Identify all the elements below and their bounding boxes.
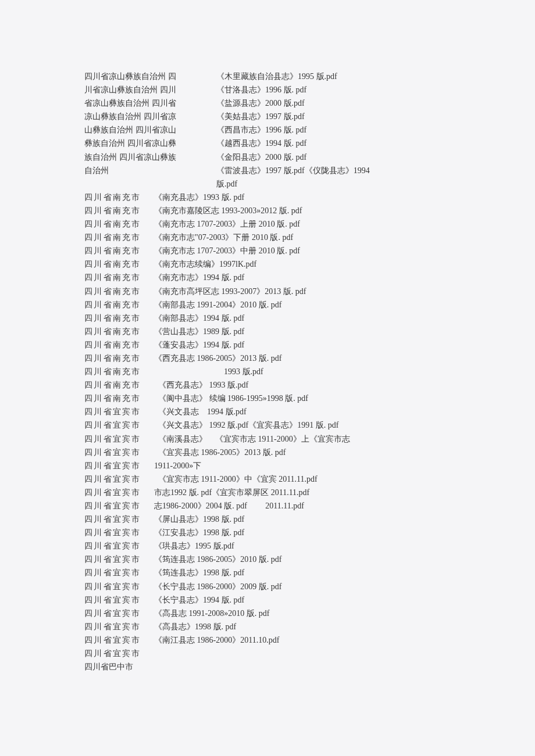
file-label: 1911-2000»下 (154, 459, 451, 472)
region-label: 四川省南充市 (84, 271, 154, 284)
text-line: 省凉山彝族自治州 四川省 (84, 96, 209, 110)
file-label: 《南充市志》1994 版. pdf (154, 271, 451, 284)
list-row: 四川省宜宾市《筠连县志 1986-2005》2010 版. pdf (84, 553, 451, 566)
region-label: 四川省南充市 (84, 231, 154, 244)
file-label: 《筠连县志 1986-2005》2010 版. pdf (154, 553, 451, 566)
file-label: 《长宁县志 1986-2000》2009 版. pdf (154, 580, 451, 593)
text-line: 《甘洛县志》1996 版. pdf (216, 83, 451, 96)
file-label: 《蓬安县志》1994 版. pdf (154, 338, 451, 352)
list-row: 四川省宜宾市 《宜宾县志 1986-2005》2013 版. pdf (84, 446, 451, 459)
region-label: 四川省宜宾市 (84, 566, 154, 579)
region-label: 四川省南充市 (84, 352, 154, 365)
list-row: 四川省宜宾市《南江县志 1986-2000》2011.10.pdf (84, 633, 451, 647)
text-line: 族自治州 四川省凉山彝族 (84, 151, 209, 164)
region-label: 四川省宜宾市 (84, 539, 154, 553)
region-label: 四川省南充市 (84, 298, 154, 311)
list-row: 四川省南充市《南充市志》1994 版. pdf (84, 271, 451, 284)
region-label: 四川省宜宾市 (84, 593, 154, 607)
text-line: 山彝族自治州 四川省凉山 (84, 123, 209, 137)
file-label: 1993 版.pdf (154, 365, 451, 378)
region-label: 四川省宜宾市 (84, 405, 154, 418)
file-label: 《南部县志》1994 版. pdf (154, 311, 451, 325)
list-row: 四川省宜宾市《高县志 1991-2008»2010 版. pdf (84, 607, 451, 620)
block1-wrapper: 四川省凉山彝族自治州 四 川省凉山彝族自治州 四川 省凉山彝族自治州 四川省 凉… (84, 70, 451, 191)
file-label: 《宜宾县志 1986-2005》2013 版. pdf (154, 446, 451, 459)
list-row: 四川省宜宾市《长宁县志 1986-2000》2009 版. pdf (84, 580, 451, 593)
region-label: 四川省宜宾市 (84, 513, 154, 526)
file-label: 《珙县志》1995 版.pdf (154, 539, 451, 553)
list-row: 四川省宜宾市《屏山县志》1998 版. pdf (84, 513, 451, 526)
region-label: 四川省南充市 (84, 257, 154, 271)
region-label: 四川省宜宾市 (84, 526, 154, 539)
file-label: 志1986-2000》2004 版. pdf 2011.11.pdf (154, 499, 451, 513)
text-line: 《西昌市志》1996 版. pdf (216, 123, 451, 137)
region-label: 四川省南充市 (84, 244, 154, 257)
region-label: 四川省南充市 (84, 204, 154, 217)
region-label: 四川省南充市 (84, 285, 154, 298)
file-label: 《南充市志续编》1997lK.pdf (154, 257, 451, 271)
file-label: 市志1992 版. pdf《宜宾市翠屏区 2011.11.pdf (154, 486, 451, 499)
list-row: 四川省宜宾市《江安县志》1998 版. pdf (84, 526, 451, 539)
file-label: 《兴文县志》 1992 版.pdf《宜宾县志》1991 版. pdf (154, 418, 451, 432)
list-row: 四川省巴中市 (84, 660, 451, 673)
file-label: 《高县志》1998 版. pdf (154, 620, 451, 633)
list-row: 四川省南充市《南充市嘉陵区志 1993-2003»2012 版. pdf (84, 204, 451, 217)
list-row: 四川省宜宾市 (84, 647, 451, 660)
region-label: 四川省宜宾市 (84, 459, 154, 472)
file-label: 《江安县志》1998 版. pdf (154, 526, 451, 539)
region-label: 四川省南充市 (84, 191, 154, 204)
file-label: 《南江县志 1986-2000》2011.10.pdf (154, 633, 451, 647)
block2-list: 四川省南充市《南充县志》1993 版. pdf四川省南充市《南充市嘉陵区志 19… (84, 191, 451, 365)
text-line: 《美姑县志》1997 版.pdf (216, 110, 451, 123)
region-label: 四川省南充市 (84, 365, 154, 378)
list-row: 四川省宜宾市市志1992 版. pdf《宜宾市翠屏区 2011.11.pdf (84, 486, 451, 499)
region-label: 四川省南充市 (84, 325, 154, 338)
list-row: 四川省南充市《南充市志"07-2003》下册 2010 版. pdf (84, 231, 451, 244)
file-label: 《筠连县志》1998 版. pdf (154, 566, 451, 579)
text-line: 《越西县志》1994 版. pdf (216, 137, 451, 150)
file-label: 《南充市志 1707-2003》中册 2010 版. pdf (154, 244, 451, 257)
file-label: 《南溪县志》 《宜宾市志 1911-2000》上《宜宾市志 (154, 432, 451, 446)
file-label: 《长宁县志》1994 版. pdf (154, 593, 451, 607)
text-line: 凉山彝族自治州 四川省凉 (84, 110, 209, 123)
file-label: 《营山县志》1989 版. pdf (154, 325, 451, 338)
region-label: 四川省宜宾市 (84, 418, 154, 432)
file-label: 《南充市志"07-2003》下册 2010 版. pdf (154, 231, 451, 244)
file-label: 《兴文县志 1994 版.pdf (154, 405, 451, 418)
file-label: 《南部县志 1991-2004》2010 版. pdf (154, 298, 451, 311)
region-label: 四川省宜宾市 (84, 647, 154, 660)
file-label: 《南充县志》1993 版. pdf (154, 191, 451, 204)
block1-right-col: 《木里藏族自治县志》1995 版.pdf 《甘洛县志》1996 版. pdf 《… (209, 70, 451, 191)
block1-left-col: 四川省凉山彝族自治州 四 川省凉山彝族自治州 四川 省凉山彝族自治州 四川省 凉… (84, 70, 209, 177)
region-label: 四川省宜宾市 (84, 499, 154, 513)
list-row: 四川省南充市《南充市志续编》1997lK.pdf (84, 257, 451, 271)
list-row: 四川省宜宾市志1986-2000》2004 版. pdf 2011.11.pdf (84, 499, 451, 513)
list-row: 四川省南充市《蓬安县志》1994 版. pdf (84, 338, 451, 352)
list-row: 四川省南充市《南充市高坪区志 1993-2007》2013 版. pdf (84, 285, 451, 298)
text-line: 彝族自治州 四川省凉山彝 (84, 137, 209, 150)
text-line: 《盐源县志》2000 版.pdf (216, 96, 451, 110)
list-row: 四川省宜宾市 《兴文县志》 1992 版.pdf《宜宾县志》1991 版. pd… (84, 418, 451, 432)
file-label: 《阆中县志》 续编 1986-1995»1998 版. pdf (154, 392, 451, 405)
file-label: 《南充市高坪区志 1993-2007》2013 版. pdf (154, 285, 451, 298)
text-line: 《雷波县志》1997 版.pdf《仪陇县志》1994 (216, 164, 451, 177)
text-line: 《金阳县志》2000 版. pdf (216, 151, 451, 164)
list-row: 四川省南充市 《阆中县志》 续编 1986-1995»1998 版. pdf (84, 392, 451, 405)
file-label: 《高县志 1991-2008»2010 版. pdf (154, 607, 451, 620)
file-label: 《西充县志 1986-2005》2013 版. pdf (154, 352, 451, 365)
file-label: 《宜宾市志 1911-2000》中《宜宾 2011.11.pdf (154, 472, 451, 486)
list-row: 四川省南充市《南充市志 1707-2003》上册 2010 版. pdf (84, 217, 451, 231)
list-row: 四川省南充市1993 版.pdf (84, 365, 451, 378)
region-label: 四川省南充市 (84, 392, 154, 405)
list-row: 四川省南充市《南充县志》1993 版. pdf (84, 191, 451, 204)
list-row: 四川省宜宾市《高县志》1998 版. pdf (84, 620, 451, 633)
text-line: 川省凉山彝族自治州 四川 (84, 83, 209, 96)
region-label: 四川省南充市 (84, 378, 154, 392)
list-row: 四川省南充市《西充县志 1986-2005》2013 版. pdf (84, 352, 451, 365)
file-label: 《南充市嘉陵区志 1993-2003»2012 版. pdf (154, 204, 451, 217)
region-label: 四川省南充市 (84, 217, 154, 231)
text-line: 自治州 (84, 164, 209, 177)
list-row: 四川省宜宾市 《兴文县志 1994 版.pdf (84, 405, 451, 418)
file-label: 《屏山县志》1998 版. pdf (154, 513, 451, 526)
list-row: 四川省宜宾市《珙县志》1995 版.pdf (84, 539, 451, 553)
